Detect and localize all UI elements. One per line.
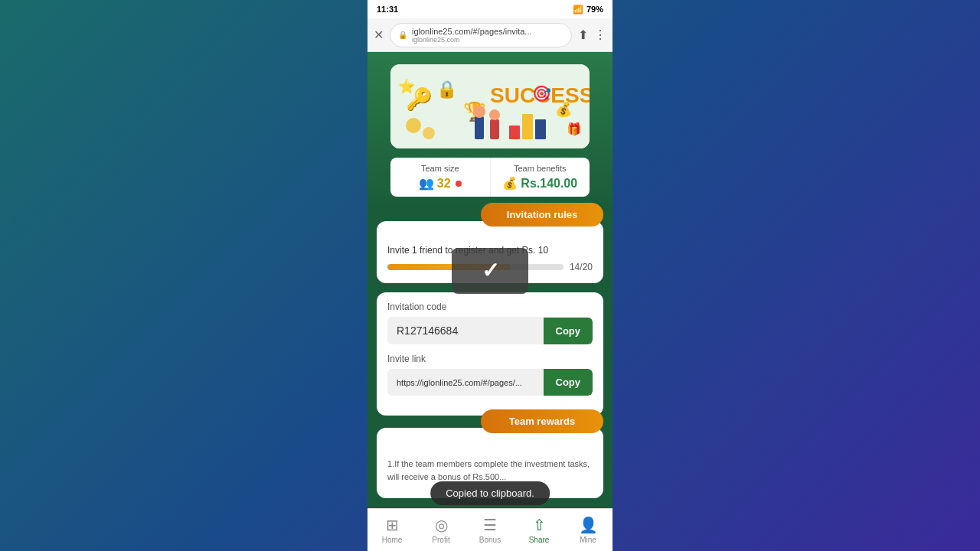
svg-rect-12: [522, 114, 533, 139]
invitation-code-card: Invitation code R127146684 Copy Invite l…: [377, 292, 603, 416]
status-signal: 📶: [573, 5, 583, 15]
copy-code-button[interactable]: Copy: [544, 318, 593, 344]
nav-share-label: Share: [529, 536, 550, 544]
svg-text:⭐: ⭐: [398, 78, 416, 95]
team-size-stat: Team size 👥 32: [390, 158, 491, 197]
invitation-rules-header: Invitation rules: [481, 203, 603, 227]
mine-icon: 👤: [579, 516, 598, 534]
svg-text:🎯: 🎯: [532, 84, 551, 103]
copied-toast: Copied to clipboard.: [430, 481, 550, 505]
svg-text:💰: 💰: [555, 101, 573, 118]
svg-point-8: [473, 106, 485, 118]
url-sub: iglonline25.com: [412, 36, 564, 44]
dot-indicator: [456, 181, 462, 187]
copy-link-button[interactable]: Copy: [544, 369, 593, 396]
nav-home[interactable]: ⊞ Home: [368, 509, 416, 551]
money-icon: 💰: [502, 176, 518, 191]
phone-container: 11:31 📶 79% ✕ 🔒 iglonline25.com/#/pages/…: [368, 0, 612, 551]
nav-mine-label: Mine: [580, 536, 596, 544]
nav-home-label: Home: [382, 536, 403, 544]
nav-profit-label: Profit: [432, 536, 449, 544]
progress-label: 14/20: [570, 262, 593, 272]
team-size-value: 👥 32: [397, 176, 484, 191]
team-icon: 👥: [419, 176, 434, 191]
hero-section: 🔑 🔒 🏆 SUCCESS 🎯 💰: [368, 52, 612, 209]
share-icon[interactable]: ⬆: [578, 28, 588, 42]
svg-point-10: [489, 109, 500, 120]
svg-text:🔒: 🔒: [436, 79, 458, 99]
team-stats: Team size 👥 32 Team benefits 💰 Rs.140.00: [390, 158, 590, 197]
invite-link-row: https://iglonline25.com/#/pages/... Copy: [387, 369, 593, 396]
team-benefits-label: Team benefits: [497, 164, 584, 173]
svg-rect-9: [490, 119, 499, 139]
invite-link-label: Invite link: [387, 354, 593, 364]
check-mark-icon: ✓: [482, 258, 499, 283]
status-bar: 11:31 📶 79%: [368, 0, 612, 18]
bottom-nav: ⊞ Home ◎ Profit ☰ Bonus ⇧ Share 👤 Mine: [368, 508, 612, 551]
check-overlay: ✓: [452, 248, 528, 294]
url-area[interactable]: 🔒 iglonline25.com/#/pages/invita... iglo…: [390, 23, 572, 47]
team-benefits-value: 💰 Rs.140.00: [497, 176, 584, 191]
team-size-label: Team size: [397, 164, 484, 173]
nav-profit[interactable]: ◎ Profit: [416, 509, 466, 551]
invite-link-value: https://iglonline25.com/#/pages/...: [387, 370, 544, 395]
profit-icon: ◎: [435, 516, 448, 534]
nav-bonus[interactable]: ☰ Bonus: [466, 509, 514, 551]
svg-point-14: [406, 118, 421, 133]
svg-rect-13: [535, 119, 546, 139]
invitation-rules-card: Invitation rules Invite 1 friend to regi…: [377, 221, 603, 283]
svg-rect-11: [509, 126, 520, 139]
svg-text:🎁: 🎁: [567, 122, 582, 136]
svg-point-15: [423, 127, 435, 139]
nav-share[interactable]: ⇧ Share: [514, 509, 564, 551]
browser-actions: ⬆ ⋮: [578, 28, 606, 42]
share-nav-icon: ⇧: [533, 516, 546, 534]
status-time: 11:31: [377, 5, 398, 14]
invitation-code-row: R127146684 Copy: [387, 317, 593, 344]
nav-mine[interactable]: 👤 Mine: [564, 509, 612, 551]
team-rewards-header: Team rewards: [481, 409, 603, 433]
status-battery: 79%: [586, 5, 603, 14]
nav-bonus-label: Bonus: [479, 536, 501, 544]
lock-icon: 🔒: [398, 31, 407, 39]
team-benefits-stat: Team benefits 💰 Rs.140.00: [491, 158, 590, 197]
browser-bar: ✕ 🔒 iglonline25.com/#/pages/invita... ig…: [368, 18, 612, 52]
menu-icon[interactable]: ⋮: [594, 28, 606, 42]
status-right: 📶 79%: [573, 5, 603, 15]
bonus-icon: ☰: [483, 516, 497, 534]
invite-section: Invitation code R127146684 Copy Invite l…: [377, 292, 603, 416]
main-content: 🔑 🔒 🏆 SUCCESS 🎯 💰: [368, 52, 612, 508]
svg-rect-7: [475, 116, 484, 139]
toast-message: Copied to clipboard.: [446, 487, 534, 499]
home-icon: ⊞: [386, 516, 399, 534]
close-icon[interactable]: ✕: [374, 28, 384, 42]
url-text: iglonline25.com/#/pages/invita...: [412, 27, 564, 36]
invitation-code-label: Invitation code: [387, 302, 593, 312]
invitation-code-value: R127146684: [387, 317, 544, 344]
hero-illustration: 🔑 🔒 🏆 SUCCESS 🎯 💰: [390, 64, 590, 148]
